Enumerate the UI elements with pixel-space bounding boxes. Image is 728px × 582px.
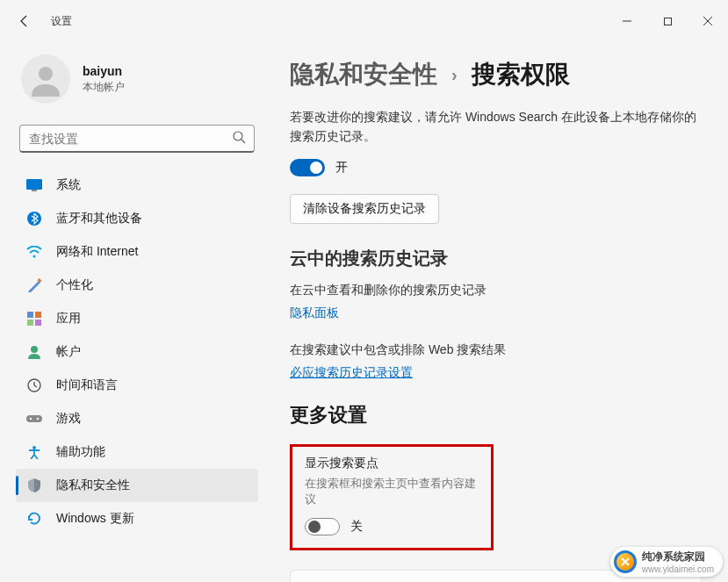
svg-line-4 bbox=[241, 140, 245, 143]
accounts-icon bbox=[26, 344, 42, 360]
sidebar-item-system[interactable]: 系统 bbox=[16, 169, 258, 202]
sidebar-item-apps[interactable]: 应用 bbox=[16, 302, 258, 335]
breadcrumb-current: 搜索权限 bbox=[472, 58, 570, 91]
svg-point-8 bbox=[33, 255, 36, 258]
sidebar-item-privacy[interactable]: 隐私和安全性 bbox=[16, 469, 258, 502]
chevron-right-icon: › bbox=[451, 65, 458, 85]
minimize-icon bbox=[622, 16, 632, 26]
svg-point-17 bbox=[30, 418, 32, 420]
sidebar-item-label: 个性化 bbox=[56, 277, 93, 293]
watermark-site: 纯净系统家园 bbox=[642, 550, 714, 564]
cloud-section-header: 云中的搜索历史记录 bbox=[290, 247, 702, 270]
apps-icon bbox=[26, 311, 42, 327]
sidebar-item-label: 帐户 bbox=[56, 344, 81, 360]
svg-rect-12 bbox=[27, 320, 33, 326]
history-toggle[interactable] bbox=[290, 159, 325, 176]
sidebar-item-label: 游戏 bbox=[56, 411, 81, 427]
titlebar: 设置 bbox=[0, 0, 728, 42]
svg-rect-13 bbox=[35, 320, 41, 326]
bing-history-link[interactable]: 必应搜索历史记录设置 bbox=[290, 365, 413, 381]
user-block[interactable]: baiyun 本地帐户 bbox=[16, 42, 258, 119]
svg-point-19 bbox=[32, 446, 36, 449]
svg-point-18 bbox=[37, 418, 39, 420]
search-box bbox=[19, 125, 255, 153]
search-input[interactable] bbox=[19, 125, 255, 153]
app-title: 设置 bbox=[51, 14, 72, 29]
sidebar-item-label: 隐私和安全性 bbox=[56, 478, 130, 493]
sidebar-item-accounts[interactable]: 帐户 bbox=[16, 335, 258, 369]
gaming-icon bbox=[26, 411, 42, 427]
time-icon bbox=[26, 377, 42, 393]
sidebar-item-label: 系统 bbox=[56, 177, 81, 193]
sidebar-item-label: 辅助功能 bbox=[56, 444, 105, 460]
highlight-title: 显示搜索要点 bbox=[305, 456, 479, 471]
nav-list: 系统 蓝牙和其他设备 网络和 Internet 个性化 应用 帐户 bbox=[16, 169, 258, 535]
history-description: 若要改进你的搜索建议，请允许 Windows Search 在此设备上本地存储你… bbox=[290, 107, 702, 147]
sidebar-item-accessibility[interactable]: 辅助功能 bbox=[16, 435, 258, 469]
maximize-icon bbox=[663, 17, 673, 26]
privacy-dashboard-link[interactable]: 隐私面板 bbox=[290, 305, 339, 321]
svg-rect-6 bbox=[32, 190, 37, 191]
wifi-icon bbox=[26, 244, 42, 260]
sidebar-item-update[interactable]: Windows 更新 bbox=[16, 502, 258, 535]
main-content: 隐私和安全性 › 搜索权限 若要改进你的搜索建议，请允许 Windows Sea… bbox=[263, 42, 728, 582]
user-name: baiyun bbox=[83, 64, 125, 78]
web-results-desc: 在搜索建议中包含或排除 Web 搜索结果 bbox=[290, 342, 702, 358]
sidebar-item-personalization[interactable]: 个性化 bbox=[16, 269, 258, 302]
search-icon bbox=[233, 131, 246, 147]
close-icon bbox=[703, 16, 713, 26]
sidebar-item-label: 时间和语言 bbox=[56, 377, 118, 393]
person-icon bbox=[28, 61, 63, 97]
minimize-button[interactable] bbox=[607, 7, 647, 35]
update-icon bbox=[26, 511, 42, 527]
clear-history-button[interactable]: 清除设备搜索历史记录 bbox=[290, 194, 439, 224]
toggle-label: 开 bbox=[335, 160, 348, 176]
sidebar: baiyun 本地帐户 系统 蓝牙和其他设备 网络和 Internet bbox=[0, 42, 263, 582]
svg-point-14 bbox=[31, 346, 38, 353]
highlight-toggle[interactable] bbox=[305, 518, 340, 535]
highlight-subtitle: 在搜索框和搜索主页中查看内容建议 bbox=[305, 476, 479, 507]
svg-point-2 bbox=[39, 67, 53, 81]
maximize-button[interactable] bbox=[647, 7, 688, 35]
cloud-desc: 在云中查看和删除你的搜索历史记录 bbox=[290, 283, 702, 298]
window-controls bbox=[607, 7, 728, 35]
toggle-label: 关 bbox=[350, 519, 363, 535]
svg-rect-16 bbox=[26, 415, 42, 422]
bluetooth-icon bbox=[26, 211, 42, 226]
privacy-icon bbox=[26, 478, 42, 493]
sidebar-item-label: 蓝牙和其他设备 bbox=[56, 211, 142, 226]
avatar bbox=[21, 54, 70, 104]
sidebar-item-label: 网络和 Internet bbox=[56, 244, 138, 260]
sidebar-item-label: 应用 bbox=[56, 311, 81, 327]
watermark-badge: 纯净系统家园 www.yidaimei.com bbox=[610, 547, 723, 577]
accessibility-icon bbox=[26, 444, 42, 460]
history-toggle-row: 开 bbox=[290, 159, 702, 176]
sidebar-item-time-language[interactable]: 时间和语言 bbox=[16, 369, 258, 402]
sidebar-item-bluetooth[interactable]: 蓝牙和其他设备 bbox=[16, 202, 258, 235]
watermark-logo-icon bbox=[614, 550, 637, 573]
sidebar-item-network[interactable]: 网络和 Internet bbox=[16, 235, 258, 269]
arrow-left-icon bbox=[18, 14, 32, 28]
svg-rect-11 bbox=[35, 312, 41, 318]
close-button[interactable] bbox=[688, 7, 728, 35]
svg-rect-5 bbox=[26, 179, 42, 190]
svg-rect-1 bbox=[664, 18, 671, 25]
back-button[interactable] bbox=[7, 4, 42, 39]
watermark-url: www.yidaimei.com bbox=[642, 564, 714, 574]
system-icon bbox=[26, 177, 42, 193]
breadcrumb: 隐私和安全性 › 搜索权限 bbox=[290, 58, 702, 91]
svg-point-3 bbox=[234, 132, 242, 140]
sidebar-item-label: Windows 更新 bbox=[56, 511, 134, 527]
more-settings-header: 更多设置 bbox=[290, 402, 702, 428]
sidebar-item-gaming[interactable]: 游戏 bbox=[16, 402, 258, 435]
breadcrumb-parent[interactable]: 隐私和安全性 bbox=[290, 58, 437, 91]
personalize-icon bbox=[26, 277, 42, 293]
user-account-type: 本地帐户 bbox=[83, 80, 125, 95]
svg-rect-10 bbox=[27, 312, 33, 318]
search-highlights-box: 显示搜索要点 在搜索框和搜索主页中查看内容建议 关 bbox=[290, 444, 494, 550]
